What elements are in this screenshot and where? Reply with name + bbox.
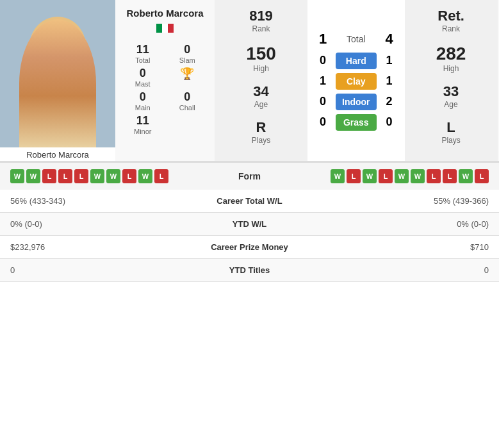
left-flag-white — [162, 24, 168, 33]
left-rank-lbl: Rank — [249, 24, 273, 33]
stats-left-2: $232,976 — [0, 236, 141, 259]
svg-rect-0 — [0, 0, 115, 147]
total-score-left: 1 — [310, 31, 336, 47]
surface-score-left-0: 0 — [310, 54, 336, 67]
left-minor-stat: 11 Minor — [123, 114, 163, 135]
stats-label-0: Career Total W/L — [141, 190, 358, 213]
surface-row-1: 1 Clay 1 — [310, 73, 402, 90]
svg-rect-2 — [29, 38, 86, 46]
surface-score-left-1: 1 — [310, 74, 336, 88]
stats-label-2: Career Prize Money — [141, 236, 358, 259]
left-plays-val: R — [252, 119, 270, 136]
surface-score-right-0: 1 — [377, 54, 402, 67]
left-main-lbl: Main — [135, 104, 151, 112]
right-age-lbl: Age — [443, 100, 459, 109]
left-record-grid: 11 Total 0 Slam 0 Mast 🏆 0 Main — [115, 38, 215, 140]
left-slam-stat: 0 Slam — [168, 43, 208, 64]
form-badge-left-7: L — [122, 169, 136, 183]
left-rank-val: 819 — [249, 8, 273, 24]
right-plays-val: L — [441, 119, 460, 136]
total-label: Total — [336, 34, 377, 44]
surface-score-right-2: 2 — [377, 95, 402, 108]
left-total-val: 11 — [136, 43, 149, 56]
form-badges-right: WLWLWWLLWL — [331, 169, 489, 183]
svg-rect-10 — [19, 90, 96, 147]
total-row: 1 Total 4 — [310, 31, 402, 47]
left-minor-val: 11 — [136, 114, 149, 128]
comparison-block: Roberto Marcora Roberto Marcora 11 — [0, 0, 499, 162]
form-badge-right-2: W — [363, 169, 377, 183]
right-rank-val: Ret. — [438, 8, 464, 24]
left-player-name-under-photo: Roberto Marcora — [0, 147, 115, 161]
form-badge-left-1: W — [26, 169, 40, 183]
surface-row-2: 0 Indoor 2 — [310, 94, 402, 110]
surface-btn-1[interactable]: Clay — [336, 73, 377, 90]
form-badge-right-4: W — [395, 169, 409, 183]
stats-row-0: 56% (433-343) Career Total W/L 55% (439-… — [0, 190, 499, 213]
form-badge-left-9: L — [154, 169, 168, 183]
left-age-block: 34 Age — [253, 83, 268, 109]
left-age-val: 34 — [253, 83, 268, 100]
svg-rect-11 — [48, 77, 67, 93]
form-badge-left-5: W — [90, 169, 104, 183]
stats-label-3: YTD Titles — [141, 259, 358, 282]
left-high-block: 150 High — [246, 44, 276, 73]
surface-btn-2[interactable]: Indoor — [336, 94, 377, 110]
left-player-name: Roberto Marcora — [118, 5, 212, 21]
surface-btn-0[interactable]: Hard — [336, 53, 377, 69]
right-stats-panel: Ret. Rank 282 High 33 Age L Plays — [405, 0, 498, 161]
left-stats-panel: 819 Rank 150 High 34 Age R Plays — [215, 0, 307, 161]
left-flag — [118, 24, 212, 33]
form-badge-left-6: W — [106, 169, 120, 183]
surface-btn-3[interactable]: Grass — [336, 114, 377, 131]
svg-point-1 — [29, 17, 86, 76]
svg-point-9 — [38, 64, 77, 83]
left-flag-red — [168, 24, 174, 33]
stats-left-3: 0 — [0, 259, 141, 282]
surface-score-left-2: 0 — [310, 95, 336, 108]
svg-point-6 — [49, 50, 53, 54]
left-trophy: 🏆 — [168, 67, 208, 88]
left-slam-lbl: Slam — [179, 56, 195, 64]
form-badge-left-3: L — [58, 169, 72, 183]
left-rank-block: 819 Rank — [249, 8, 273, 33]
total-score-right: 4 — [377, 31, 402, 47]
stats-right-2: $710 — [358, 236, 499, 259]
surface-score-right-3: 0 — [377, 115, 402, 129]
right-high-lbl: High — [436, 64, 466, 73]
form-badge-right-0: W — [331, 169, 345, 183]
form-badges-left: WWLLLWWLWL — [10, 169, 168, 183]
right-plays-block: L Plays — [441, 119, 460, 145]
left-plays-lbl: Plays — [252, 136, 270, 145]
form-badge-right-1: L — [347, 169, 361, 183]
form-badge-right-3: L — [379, 169, 393, 183]
left-mast-stat: 0 Mast — [123, 67, 163, 88]
svg-point-5 — [62, 48, 69, 54]
left-plays-block: R Plays — [252, 119, 270, 145]
main-container: Roberto Marcora Roberto Marcora 11 — [0, 0, 499, 282]
left-total-lbl: Total — [135, 56, 150, 64]
left-mast-lbl: Mast — [135, 80, 151, 88]
stats-left-0: 56% (433-343) — [0, 190, 141, 213]
left-main-val: 0 — [140, 90, 146, 104]
right-rank-lbl: Rank — [438, 24, 464, 33]
svg-point-3 — [33, 29, 82, 80]
right-high-block: 282 High — [436, 44, 466, 73]
stats-row-1: 0% (0-0) YTD W/L 0% (0-0) — [0, 213, 499, 236]
stats-right-0: 55% (439-366) — [358, 190, 499, 213]
form-badge-right-6: L — [427, 169, 441, 183]
stats-row-3: 0 YTD Titles 0 — [0, 259, 499, 282]
svg-point-4 — [47, 48, 53, 54]
form-badge-right-9: L — [475, 169, 489, 183]
left-mast-val: 0 — [140, 67, 146, 80]
stats-row-2: $232,976 Career Prize Money $710 — [0, 236, 499, 259]
left-total-stat: 11 Total — [123, 43, 163, 64]
stats-left-1: 0% (0-0) — [0, 213, 141, 236]
form-badge-right-7: L — [443, 169, 457, 183]
form-badge-left-2: L — [42, 169, 56, 183]
stats-right-1: 0% (0-0) — [358, 213, 499, 236]
right-plays-lbl: Plays — [441, 136, 460, 145]
left-minor-lbl: Minor — [134, 128, 152, 135]
right-age-block: 33 Age — [443, 83, 459, 109]
form-badge-right-5: W — [411, 169, 425, 183]
